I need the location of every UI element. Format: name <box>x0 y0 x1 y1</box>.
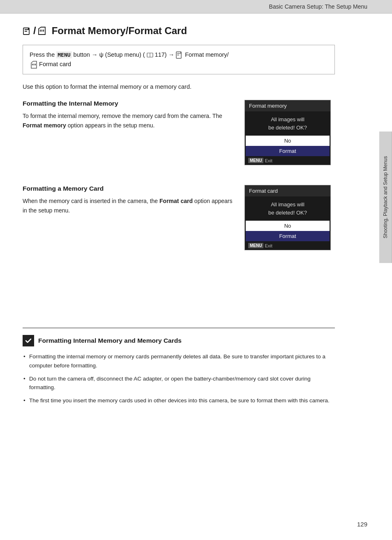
svg-rect-12 <box>34 64 35 65</box>
svg-rect-3 <box>40 30 41 32</box>
menu-mono: MENU <box>56 51 71 58</box>
section2-heading: Formatting a Memory Card <box>23 185 235 192</box>
memory-card-icon-small <box>30 61 37 69</box>
cam-ui-2-message: All images willbe deleted! OK? <box>245 196 330 221</box>
internal-memory-icon <box>23 26 32 35</box>
title-text: Format Memory/Format Card <box>52 25 187 37</box>
spacer <box>23 270 335 319</box>
page-title: / Format Memory/Format Card <box>23 25 335 37</box>
memory-card-text: Formatting a Memory Card When the memory… <box>23 185 235 258</box>
internal-memory-text: Formatting the Internal Memory To format… <box>23 100 235 173</box>
header-text: Basic Camera Setup: The Setup Menu <box>269 3 367 10</box>
instruction-text: Press the MENU button → ψ (Setup menu) (… <box>30 51 229 67</box>
title-separator: / <box>33 25 36 37</box>
section1-body: To format the internal memory, remove th… <box>23 111 235 130</box>
cam-ui-1-header: Format memory <box>245 100 330 111</box>
svg-rect-4 <box>42 30 42 32</box>
book-icon <box>147 53 153 58</box>
note-checkmark-icon <box>23 335 34 346</box>
svg-rect-1 <box>25 29 28 30</box>
menu-label-2: MENU <box>248 243 263 248</box>
memory-card-icon <box>38 26 46 35</box>
instruction-box: Press the MENU button → ψ (Setup menu) (… <box>23 45 335 74</box>
cam-ui-1-option-no[interactable]: No <box>246 136 330 146</box>
note-item-2: Do not turn the camera off, disconnect t… <box>23 374 335 392</box>
checkmark-svg <box>25 337 32 344</box>
menu-label-1: MENU <box>248 158 263 163</box>
cam-ui-1-col: Format memory All images willbe deleted!… <box>244 100 335 173</box>
cam-ui-2-option-no[interactable]: No <box>246 221 330 231</box>
main-content: / Format Memory/Format Card Press the ME… <box>0 14 357 421</box>
svg-rect-2 <box>25 31 27 32</box>
svg-rect-10 <box>177 55 179 55</box>
cam-ui-2-option-format[interactable]: Format <box>246 231 330 241</box>
svg-rect-11 <box>32 64 33 65</box>
cam-ui-2-footer-text: Exit <box>265 243 272 248</box>
bottom-note: Formatting Internal Memory and Memory Ca… <box>23 328 335 405</box>
internal-memory-icon-small <box>176 51 183 59</box>
note-title-row: Formatting Internal Memory and Memory Ca… <box>23 335 335 346</box>
cam-ui-2-header: Format card <box>245 185 330 196</box>
title-icons: / <box>23 25 46 37</box>
side-tab: Shooting, Playback and Setup Menus <box>379 132 392 263</box>
note-item-3: The first time you insert the memory car… <box>23 396 335 405</box>
svg-rect-5 <box>43 30 44 32</box>
section2-body: When the memory card is inserted in the … <box>23 196 235 215</box>
note-heading: Formatting Internal Memory and Memory Ca… <box>38 337 182 344</box>
cam-ui-1-message: All images willbe deleted! OK? <box>245 111 330 136</box>
cam-ui-format-memory: Format memory All images willbe deleted!… <box>244 100 331 165</box>
cam-ui-1-footer-text: Exit <box>265 158 272 163</box>
memory-card-section: Formatting a Memory Card When the memory… <box>23 185 335 258</box>
internal-memory-section: Formatting the Internal Memory To format… <box>23 100 335 173</box>
note-item-1: Formatting the internal memory or memory… <box>23 352 335 370</box>
page-number: 129 <box>357 521 367 528</box>
cam-ui-1-footer: MENU Exit <box>245 156 330 165</box>
intro-text: Use this option to format the internal m… <box>23 83 335 90</box>
section1-heading: Formatting the Internal Memory <box>23 100 235 107</box>
header-bar: Basic Camera Setup: The Setup Menu <box>0 0 392 14</box>
cam-ui-1-option-format[interactable]: Format <box>246 146 330 156</box>
svg-rect-9 <box>177 53 180 54</box>
cam-ui-format-card: Format card All images willbe deleted! O… <box>244 185 331 250</box>
svg-rect-13 <box>35 64 36 65</box>
cam-ui-2-footer: MENU Exit <box>245 241 330 250</box>
cam-ui-2-col: Format card All images willbe deleted! O… <box>244 185 335 258</box>
note-list: Formatting the internal memory or memory… <box>23 352 335 405</box>
